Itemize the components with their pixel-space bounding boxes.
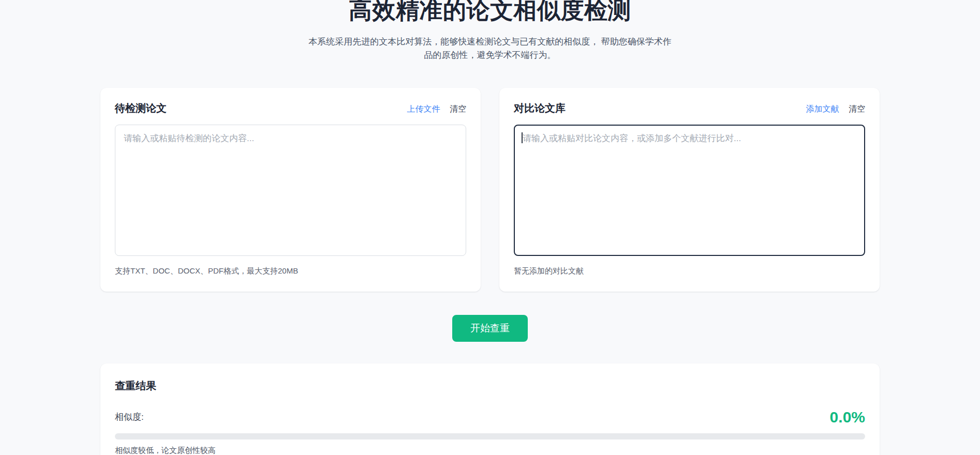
library-card-header: 对比论文库 添加文献 清空 [514,101,865,115]
main-container: 高效精准的论文相似度检测 本系统采用先进的文本比对算法，能够快速检测论文与已有文… [100,0,880,455]
detect-clear-link[interactable]: 清空 [450,104,466,113]
similarity-label: 相似度: [115,411,144,423]
page-title: 高效精准的论文相似度检测 [100,0,880,23]
detect-paper-card: 待检测论文 上传文件 清空 支持TXT、DOC、DOCX、PDF格式，最大支持2… [100,88,481,292]
library-card-actions: 添加文献 清空 [806,104,865,115]
library-textarea-wrap [514,125,865,256]
check-result-card: 查重结果 相似度: 0.0% 相似度较低，论文原创性较高 [100,363,880,455]
detect-card-title: 待检测论文 [115,101,167,115]
similarity-value: 0.0% [830,408,865,426]
comparison-library-card: 对比论文库 添加文献 清空 暂无添加的对比文献 [499,88,880,292]
result-card-title: 查重结果 [115,379,865,393]
detect-card-actions: 上传文件 清空 [407,104,466,115]
library-card-title: 对比论文库 [514,101,566,115]
page-subtitle: 本系统采用先进的文本比对算法，能够快速检测论文与已有文献的相似度， 帮助您确保学… [306,35,674,62]
add-literature-link[interactable]: 添加文献 [806,104,839,113]
library-clear-link[interactable]: 清空 [849,104,865,113]
detect-paper-textarea[interactable] [115,125,466,256]
similarity-row: 相似度: 0.0% [115,408,865,426]
start-check-button[interactable]: 开始查重 [452,315,528,342]
comparison-textarea[interactable] [514,125,865,256]
similarity-progress-track [115,433,865,439]
detect-card-header: 待检测论文 上传文件 清空 [115,101,466,115]
action-row: 开始查重 [100,315,880,342]
library-empty-hint: 暂无添加的对比文献 [514,266,865,276]
input-cards-row: 待检测论文 上传文件 清空 支持TXT、DOC、DOCX、PDF格式，最大支持2… [100,88,880,292]
detect-textarea-wrap [115,125,466,256]
result-conclusion: 相似度较低，论文原创性较高 [115,446,865,455]
upload-file-link[interactable]: 上传文件 [407,104,440,113]
text-caret [522,132,523,143]
detect-format-hint: 支持TXT、DOC、DOCX、PDF格式，最大支持20MB [115,266,466,276]
